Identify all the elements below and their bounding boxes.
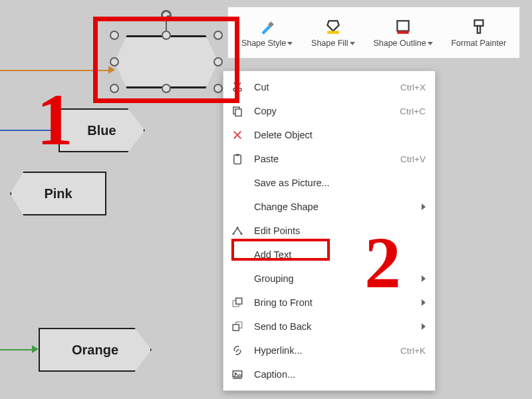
shape-style-button[interactable]: Shape Style [241, 17, 293, 48]
shape-blue-label: Blue [87, 123, 116, 138]
outline-icon [394, 17, 412, 36]
svg-point-14 [241, 233, 243, 235]
selected-shape[interactable] [100, 23, 233, 100]
menu-hyperlink[interactable]: Hyperlink... Ctrl+K [223, 338, 435, 362]
shape-style-label: Shape Style [241, 39, 286, 48]
submenu-arrow-icon [422, 323, 426, 330]
menu-copy-shortcut: Ctrl+C [400, 106, 426, 116]
svg-point-12 [233, 233, 235, 235]
handle-e[interactable] [213, 57, 223, 66]
format-painter-label: Format Painter [451, 39, 506, 48]
svg-rect-16 [236, 298, 242, 304]
brush-icon [258, 17, 277, 36]
shape-outline-button[interactable]: Shape Outline [373, 17, 432, 48]
submenu-arrow-icon [422, 275, 426, 282]
orange-arrow-top [0, 70, 110, 71]
menu-paste-label: Paste [254, 154, 391, 164]
menu-copy[interactable]: Copy Ctrl+C [223, 99, 435, 123]
editpoints-icon [230, 223, 245, 238]
menu-delete[interactable]: Delete Object [223, 123, 435, 147]
bucket-icon [324, 17, 342, 36]
menu-paste-shortcut: Ctrl+V [400, 154, 426, 164]
chevron-down-icon [428, 42, 433, 45]
menu-cut[interactable]: Cut Ctrl+X [223, 75, 435, 99]
svg-rect-18 [233, 325, 239, 331]
menu-caption-label: Caption... [254, 369, 426, 380]
handle-ne[interactable] [213, 31, 223, 40]
svg-rect-1 [327, 31, 338, 34]
shape-orange-label: Orange [72, 342, 118, 358]
handle-se[interactable] [213, 84, 223, 93]
menu-add-text[interactable]: Add Text [223, 243, 435, 267]
menu-hyperlink-shortcut: Ctrl+K [400, 346, 426, 356]
shape-toolbar: Shape Style Shape Fill Shape Outline For… [227, 7, 520, 59]
step-number-2: 2 [364, 226, 401, 299]
chevron-down-icon [350, 42, 355, 45]
menu-cut-shortcut: Ctrl+X [400, 82, 426, 92]
menu-save-picture-label: Save as Picture... [254, 178, 426, 188]
shape-fill-label: Shape Fill [311, 39, 348, 48]
hex-shape[interactable] [114, 35, 218, 88]
handle-n[interactable] [162, 31, 171, 40]
delete-icon [230, 128, 245, 142]
svg-rect-3 [397, 31, 408, 34]
rotate-handle[interactable] [161, 10, 172, 21]
sendback-icon [230, 319, 245, 334]
menu-change-shape[interactable]: Change Shape [223, 195, 435, 219]
shape-pink[interactable]: Pink [10, 172, 106, 215]
svg-rect-9 [235, 109, 241, 116]
handle-w[interactable] [110, 57, 119, 66]
shape-orange[interactable]: Orange [39, 328, 152, 372]
menu-caption[interactable]: Caption... [223, 362, 435, 386]
menu-grouping[interactable]: Grouping [223, 267, 435, 291]
green-arrowhead [32, 345, 39, 353]
submenu-arrow-icon [422, 299, 426, 306]
svg-rect-10 [234, 155, 241, 164]
menu-change-shape-label: Change Shape [254, 201, 412, 212]
bringfront-icon [230, 295, 245, 310]
cut-icon [230, 80, 245, 94]
shape-pink-label: Pink [44, 186, 72, 201]
menu-paste[interactable]: Paste Ctrl+V [223, 147, 435, 171]
menu-hyperlink-label: Hyperlink... [254, 345, 391, 356]
chevron-down-icon [287, 42, 293, 45]
menu-bring-front[interactable]: Bring to Front [223, 291, 435, 315]
submenu-arrow-icon [422, 203, 426, 210]
svg-rect-11 [236, 154, 239, 156]
handle-sw[interactable] [110, 84, 119, 93]
svg-point-13 [237, 227, 239, 229]
svg-rect-2 [397, 21, 408, 31]
paste-icon [230, 152, 245, 166]
green-arrow [0, 349, 33, 350]
context-menu: Cut Ctrl+X Copy Ctrl+C Delete Object Pas… [223, 70, 436, 391]
menu-send-back-label: Send to Back [254, 321, 412, 332]
caption-icon [230, 367, 245, 382]
handle-nw[interactable] [110, 31, 119, 40]
handle-s[interactable] [162, 84, 171, 93]
menu-send-back[interactable]: Send to Back [223, 315, 435, 338]
copy-icon [230, 104, 245, 118]
shape-outline-label: Shape Outline [373, 39, 426, 48]
svg-rect-5 [477, 26, 480, 33]
menu-edit-points[interactable]: Edit Points [223, 219, 435, 243]
hyperlink-icon [230, 343, 245, 358]
menu-delete-label: Delete Object [254, 130, 426, 140]
menu-save-picture[interactable]: Save as Picture... [223, 171, 435, 195]
format-painter-icon [469, 17, 488, 36]
shape-fill-button[interactable]: Shape Fill [311, 17, 355, 48]
menu-copy-label: Copy [254, 106, 390, 116]
svg-rect-4 [474, 20, 483, 26]
menu-cut-label: Cut [254, 82, 391, 92]
step-number-1: 1 [37, 83, 73, 156]
format-painter-button[interactable]: Format Painter [451, 17, 506, 48]
